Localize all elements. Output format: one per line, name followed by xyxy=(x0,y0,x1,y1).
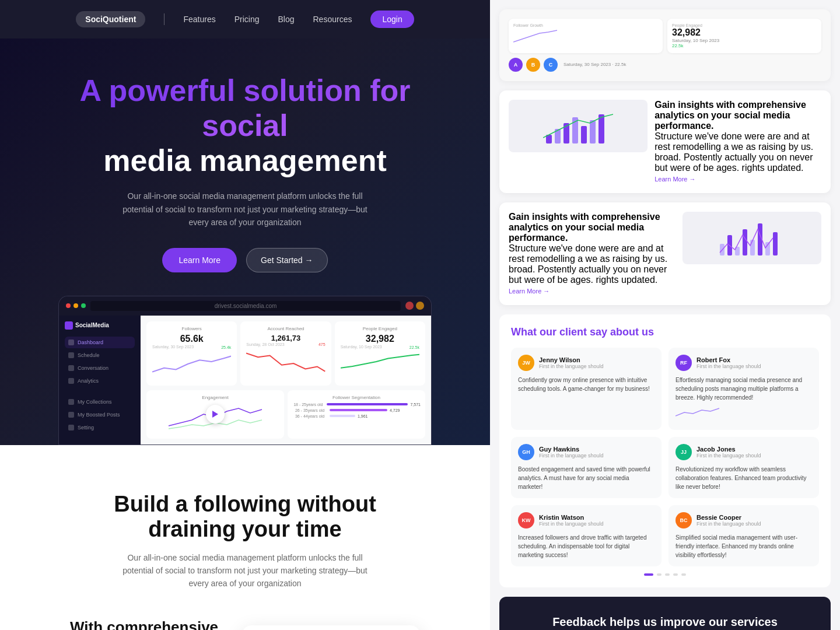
dash-nav-collections[interactable]: My Collections xyxy=(65,396,135,408)
test-info-0: Jenny Wilson First in the language shoul… xyxy=(539,356,604,369)
dash-nav-boosted[interactable]: My Boosted Posts xyxy=(65,409,135,421)
follower-segmentation: Follower Segmentation 18 - 25years old 7… xyxy=(288,390,425,439)
navbar: SociQuotient Features Pricing Blog Resou… xyxy=(0,0,490,38)
stat-followers-label: Followers xyxy=(152,326,231,331)
dash-dots xyxy=(66,303,86,308)
stat-reached: Account Reached 1,261,73 Sunday, 28 Oct … xyxy=(240,321,331,386)
test-name-4: Kristin Watson xyxy=(539,514,604,521)
user-indicator xyxy=(405,302,414,310)
segment-36-44-fill xyxy=(330,415,355,417)
dot-green xyxy=(81,303,86,308)
pagination-dot-1[interactable] xyxy=(657,573,662,576)
nav-brand[interactable]: SociQuotient xyxy=(76,11,145,27)
testimonial-0: JW Jenny Wilson First in the language sh… xyxy=(511,348,662,430)
rp-analytics-body1: Structure we've done were are and at res… xyxy=(654,131,821,173)
dash-main: Followers 65.6k Saturday, 30 Sep 2023 25… xyxy=(141,316,431,444)
dash-nav-dashboard[interactable]: Dashboard xyxy=(65,337,135,348)
stat-engaged-date: Saturday, 10 Sep 2023 xyxy=(341,345,382,349)
nav-pricing[interactable]: Pricing xyxy=(235,15,260,24)
nav-features[interactable]: Features xyxy=(183,15,215,24)
testimonials-heading: What our client say about us xyxy=(511,326,819,338)
rp-analytics-text2: Gain insights with comprehensive analyti… xyxy=(509,212,676,296)
section2-left-title: With comprehensive social media Engageme… xyxy=(70,618,219,630)
play-button[interactable] xyxy=(206,405,225,424)
rp-analytics-content1: Gain insights with comprehensive analyti… xyxy=(509,100,821,184)
stat-reached-change: 475 xyxy=(318,342,326,346)
segment-18-25: 18 - 25years old 7,571 xyxy=(292,402,421,407)
svg-rect-14 xyxy=(765,242,770,256)
pagination-dot-active[interactable] xyxy=(644,573,653,576)
play-icon xyxy=(212,411,218,418)
dash-nav-label: My Boosted Posts xyxy=(78,412,120,418)
test-avatar-5: BC xyxy=(676,512,692,528)
test-user-3: JJ Jacob Jones First in the language sho… xyxy=(676,444,812,460)
test-role-5: First in the language should xyxy=(696,521,761,527)
login-button[interactable]: Login xyxy=(370,10,414,28)
nav-resources[interactable]: Resources xyxy=(313,15,352,24)
pagination-dot-2[interactable] xyxy=(665,573,670,576)
dash-nav-conversation[interactable]: Conversation xyxy=(65,362,135,374)
test-role-2: First in the language should xyxy=(539,453,604,459)
segment-26-35-label: 26 - 35years old xyxy=(292,408,327,412)
dash-nav-schedule[interactable]: Schedule xyxy=(65,349,135,361)
test-quote-3: Revolutionized my workflow with seamless… xyxy=(676,465,812,491)
rp-analytics-card1: Gain insights with comprehensive analyti… xyxy=(499,90,831,193)
stat-followers-value: 65.6k xyxy=(152,334,231,344)
nav-divider xyxy=(164,13,164,25)
stat-reached-date: Sunday, 28 Oct 2023 xyxy=(246,342,284,346)
rp-engaged-change: 22.5k xyxy=(672,43,817,48)
stat-reached-value: 1,261,73 xyxy=(246,334,325,342)
test-quote-2: Boosted engagement and saved time with p… xyxy=(518,465,654,491)
test-chart-svg-1 xyxy=(676,405,722,417)
test-user-2: GH Guy Hawkins First in the language sho… xyxy=(518,444,654,460)
segment-36-44: 36 - 44years old 1,961 xyxy=(292,414,421,418)
segment-18-25-val: 7,571 xyxy=(410,402,421,407)
segment-26-35-fill xyxy=(330,409,387,411)
rp-top-dashboard: Follower Growth People Engaged 32,982 Sa… xyxy=(499,9,831,81)
section2-title: Build a following without draining your … xyxy=(70,492,420,542)
pagination-dot-3[interactable] xyxy=(673,573,678,576)
test-info-3: Jacob Jones First in the language should xyxy=(696,446,761,459)
learn-more-button[interactable]: Learn More xyxy=(162,248,237,272)
test-quote-0: Confidently grow my online presence with… xyxy=(518,376,654,393)
test-role-4: First in the language should xyxy=(539,521,604,527)
rp-analytics-link2[interactable]: Learn More → xyxy=(509,288,550,295)
stat-engaged-value: 32,982 xyxy=(341,334,419,344)
dash-nav-setting[interactable]: Setting xyxy=(65,422,135,433)
testimonials-heading-accent: client xyxy=(559,326,587,338)
dash-nav-analytics[interactable]: Analytics xyxy=(65,375,135,387)
pagination-dot-4[interactable] xyxy=(681,573,686,576)
activities-card: Recent Activities Social media activitie… xyxy=(242,625,420,630)
hero-section: A powerful solution for social media man… xyxy=(0,38,490,445)
test-info-2: Guy Hawkins First in the language should xyxy=(539,446,604,459)
svg-rect-6 xyxy=(590,120,596,144)
analytics-icon xyxy=(68,378,74,384)
engaged-chart xyxy=(341,349,419,379)
testimonials-header: What our client say about us xyxy=(511,326,819,338)
segment-36-44-label: 36 - 44years old xyxy=(292,414,327,418)
rp-analytics-card2: Gain insights with comprehensive analyti… xyxy=(499,202,831,305)
rp-analytics-link1[interactable]: Learn More → xyxy=(654,176,695,183)
svg-rect-15 xyxy=(773,232,778,256)
get-started-button[interactable]: Get Started → xyxy=(246,248,327,272)
rp-user-avatar-2: B xyxy=(526,58,540,72)
dash-nav-label: Dashboard xyxy=(78,340,103,345)
test-avatar-2: GH xyxy=(518,444,534,460)
dash-logo-icon xyxy=(65,321,73,330)
test-quote-1: Effortlessly managing social media prese… xyxy=(676,376,812,402)
schedule-icon xyxy=(68,352,74,358)
test-name-3: Jacob Jones xyxy=(696,446,761,453)
testimonial-5: BC Bessie Cooper First in the language s… xyxy=(668,505,819,566)
test-role-1: First in the language should xyxy=(696,363,761,369)
feedback-title: Feedback helps us improve our services xyxy=(513,615,817,629)
segment-26-35-val: 4,729 xyxy=(390,408,400,412)
stat-reached-label: Account Reached xyxy=(246,326,325,331)
segment-18-25-label: 18 - 25years old xyxy=(292,402,324,407)
dash-logo: SocialMedia xyxy=(65,321,135,330)
stat-engaged-change: 22.5k xyxy=(410,345,419,349)
test-avatar-4: KW xyxy=(518,512,534,528)
rp-analytics-svg1 xyxy=(543,106,613,146)
rp-analytics-preview2 xyxy=(682,212,821,296)
nav-blog[interactable]: Blog xyxy=(278,15,294,24)
rp-engaged-label: People Engaged xyxy=(672,23,817,27)
